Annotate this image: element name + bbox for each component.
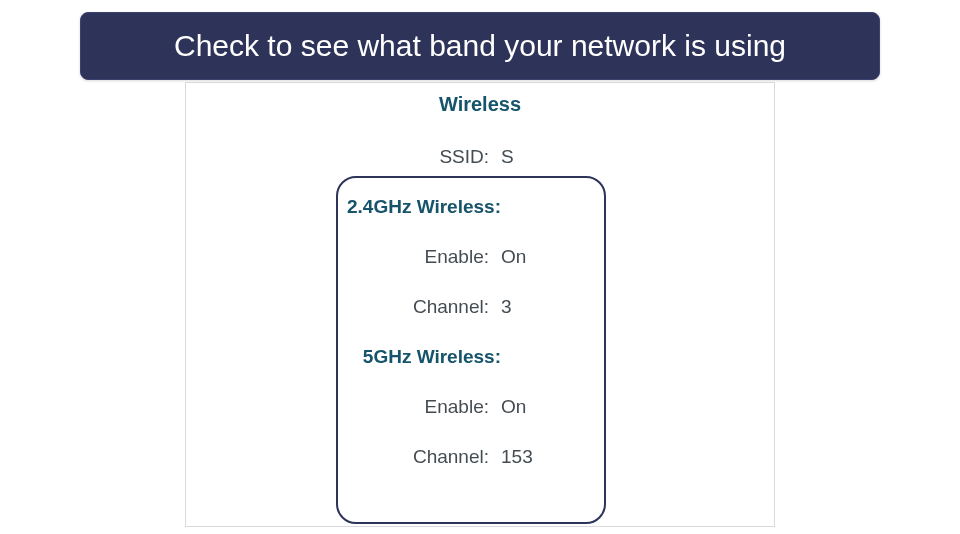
instruction-banner: Check to see what band your network is u… bbox=[80, 12, 880, 80]
ssid-row: SSID: S bbox=[186, 146, 774, 168]
band24-title-row: 2.4GHz Wireless: bbox=[186, 196, 774, 218]
band5-title: 5GHz Wireless: bbox=[186, 346, 501, 368]
band5-channel-label: Channel: bbox=[186, 446, 501, 468]
band24-title: 2.4GHz Wireless: bbox=[186, 196, 501, 218]
ssid-label: SSID: bbox=[186, 146, 501, 168]
band5-enable-value: On bbox=[501, 396, 526, 418]
band5-channel-value: 153 bbox=[501, 446, 533, 468]
ssid-value: S bbox=[501, 146, 514, 168]
instruction-text: Check to see what band your network is u… bbox=[174, 29, 786, 62]
wireless-section-title: Wireless bbox=[186, 93, 774, 116]
band5-title-row: 5GHz Wireless: bbox=[186, 346, 774, 368]
band5-enable-row: Enable: On bbox=[186, 396, 774, 418]
band24-enable-row: Enable: On bbox=[186, 246, 774, 268]
band24-channel-value: 3 bbox=[501, 296, 512, 318]
band5-channel-row: Channel: 153 bbox=[186, 446, 774, 468]
band5-enable-label: Enable: bbox=[186, 396, 501, 418]
band24-enable-label: Enable: bbox=[186, 246, 501, 268]
wireless-settings-panel: Wireless SSID: S 2.4GHz Wireless: Enable… bbox=[185, 82, 775, 527]
band24-enable-value: On bbox=[501, 246, 526, 268]
band24-channel-row: Channel: 3 bbox=[186, 296, 774, 318]
band24-channel-label: Channel: bbox=[186, 296, 501, 318]
